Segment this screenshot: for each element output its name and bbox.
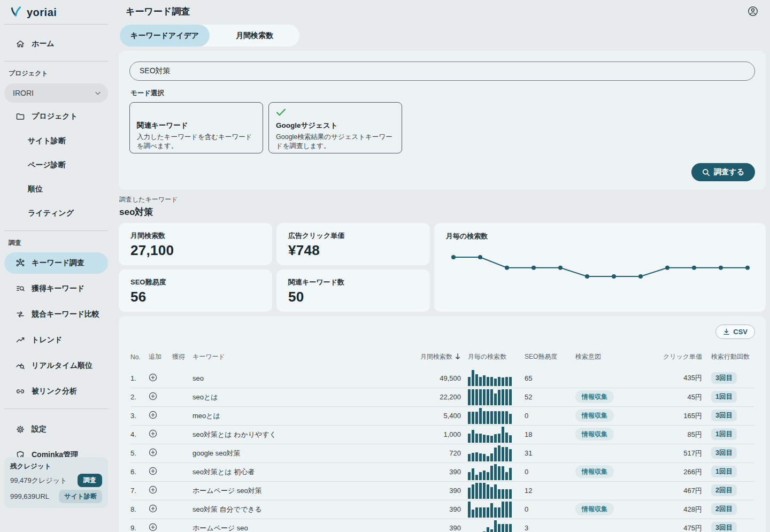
sidebar-item-settings[interactable]: 設定 [4,419,108,440]
sidebar-item-home[interactable]: ホーム [4,33,108,55]
sidebar-item-acquired-keywords[interactable]: 獲得キーワード [4,278,108,299]
gear-icon [15,425,26,434]
stat-label: 関連キーワード数 [288,277,418,287]
mini-bar [472,453,474,461]
monthly-search-mini-chart [468,370,518,386]
project-section-label: プロジェクト [0,61,112,81]
behavior-badge: 3回目 [711,522,737,532]
monthly-volume-cell: 390 [413,500,461,519]
row-number: 8. [130,500,149,519]
searched-keyword-value: seo対策 [119,206,766,218]
add-keyword-button[interactable] [149,429,157,438]
mini-bar [502,524,504,532]
mini-bar [468,472,471,480]
col-label: 月間検索数 [420,353,452,360]
sidebar-item-label: 獲得キーワード [32,284,84,294]
add-keyword-button[interactable] [149,485,157,494]
sidebar-item-backlink-analysis[interactable]: 被リンク分析 [4,381,108,402]
stat-value: 50 [288,289,418,305]
mini-bar [483,435,486,443]
sidebar-item-site-diagnosis[interactable]: サイト診断 [0,129,112,153]
stat-card-monthly-volume: 月間検索数 27,100 [119,223,272,265]
add-cell [149,406,172,425]
mode-card-related-keywords[interactable]: 関連キーワード 入力したキーワードを含むキーワードを調べます。 [129,102,263,153]
sidebar-item-page-diagnosis[interactable]: ページ診断 [0,153,112,177]
intent-badge: 情報収集 [575,465,614,478]
add-cell [149,388,172,406]
survey-submit-button[interactable]: 調査する [691,163,755,181]
mini-bar [502,466,504,480]
brand-logo[interactable]: yoriai [0,0,112,24]
add-keyword-button[interactable] [149,504,157,513]
mini-bar [472,430,474,443]
sidebar-item-keyword-research[interactable]: キーワード調査 [4,252,108,274]
mini-bar [505,447,508,461]
project-selector[interactable]: IRORI [4,83,108,103]
mini-bar [472,412,474,424]
mini-bar [475,374,478,386]
account-button[interactable] [748,6,758,17]
acquired-cell [172,369,192,388]
search-behavior-cell: 1回目 [702,462,754,481]
add-keyword-button[interactable] [149,392,157,400]
mini-bar [475,452,478,461]
intent-badge: 情報収集 [575,390,614,403]
survey-section-label: 調査 [0,231,112,251]
csv-export-button[interactable]: CSV [715,325,755,339]
sidebar-item-competitor-compare[interactable]: 競合キーワード比較 [4,304,108,325]
mini-bar [468,434,471,443]
mini-bar [494,394,497,405]
seo-difficulty-cell: 0 [518,406,568,425]
plus-circle-icon [149,448,157,457]
monthly-search-mini-chart [468,483,518,499]
sidebar-item-rank[interactable]: 順位 [0,177,112,201]
sidebar-item-trend[interactable]: トレンド [4,329,108,351]
add-keyword-button[interactable] [149,411,157,419]
mini-bar [483,483,486,499]
tab-monthly-volume[interactable]: 月間検索数 [210,25,299,47]
search-behavior-cell: 2回目 [702,500,754,519]
col-monthly-chart: 月毎の検索数 [461,352,518,369]
search-behavior-cell: 1回目 [702,388,754,406]
mode-card-google-suggest[interactable]: Googleサジェスト Google検索結果のサジェストキーワードを調査します。 [268,102,402,153]
stat-label: 月間検索数 [130,231,260,241]
add-cell [149,500,172,519]
plus-circle-icon [149,373,157,382]
sidebar-item-writing[interactable]: ライティング [0,201,112,225]
sidebar-item-realtime-rank[interactable]: リアルタイム順位 [4,355,108,376]
cpc-cell: 435円 [651,369,702,388]
add-keyword-button[interactable] [149,448,157,457]
seo-difficulty-cell: 65 [518,369,568,388]
table-row: 6.seo対策とは 初心者3900情報収集266円1回目 [130,462,754,481]
sidebar-item-label: 順位 [28,184,43,194]
download-icon [723,328,730,335]
mini-bar [483,375,486,386]
behavior-badge: 2回目 [711,503,737,515]
row-number: 9. [130,519,149,532]
acquired-cell [172,406,192,425]
view-tabs: キーワードアイデア 月間検索数 [120,25,299,47]
mini-bar [498,377,500,386]
table-row: 9.ホームページ seo3903475円3回目 [130,519,754,532]
cpc-cell: 467円 [651,481,702,500]
sidebar-item-project[interactable]: プロジェクト [4,106,108,127]
col-monthly-volume[interactable]: 月間検索数 [413,352,461,369]
search-behavior-cell: 3回目 [702,406,754,425]
chart-title: 月毎の検索数 [446,232,754,241]
monthly-volume-cell: 390 [413,462,461,481]
monthly-chart-cell [461,406,518,425]
add-keyword-button[interactable] [149,373,157,382]
brand-name: yoriai [27,6,57,19]
mini-bar [475,483,478,499]
mini-bar [472,510,474,518]
sidebar-item-label: 競合キーワード比較 [32,310,99,319]
search-behavior-cell: 3回目 [702,369,754,388]
tab-keyword-ideas[interactable]: キーワードアイデア [120,25,210,47]
add-keyword-button[interactable] [149,467,157,475]
add-keyword-button[interactable] [149,523,157,531]
mini-bar [494,434,497,443]
mini-bar [505,489,508,499]
keyword-input[interactable] [129,61,755,81]
sidebar-item-label: ホーム [32,39,55,49]
mini-bar [498,489,500,499]
